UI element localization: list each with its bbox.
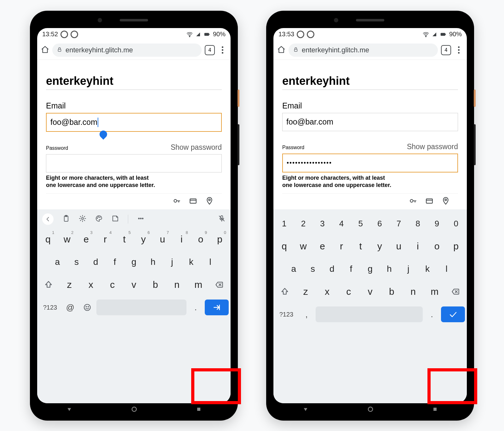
symbols-key[interactable]: ?123 xyxy=(39,304,61,311)
overflow-menu[interactable] xyxy=(218,46,227,54)
shift-key[interactable] xyxy=(39,274,58,295)
address-bar[interactable]: enterkeyhint.glitch.me xyxy=(289,44,438,57)
clipboard-icon[interactable] xyxy=(62,215,70,224)
nav-home-icon[interactable] xyxy=(130,405,138,414)
key-letter[interactable]: b xyxy=(145,274,165,295)
key-digit[interactable]: 6 xyxy=(371,213,389,234)
key-letter[interactable]: o9 xyxy=(192,229,210,250)
key-letter[interactable]: s xyxy=(68,252,86,272)
key-letter[interactable]: v xyxy=(360,281,380,302)
key-letter[interactable]: v xyxy=(124,274,144,295)
key-letter[interactable]: m xyxy=(188,274,209,295)
key-icon[interactable] xyxy=(409,197,417,206)
card-icon[interactable] xyxy=(425,197,433,206)
address-bar[interactable]: enterkeyhint.glitch.me xyxy=(52,44,202,57)
key-digit[interactable]: 9 xyxy=(428,213,446,234)
nav-back-icon[interactable] xyxy=(302,406,309,414)
key-letter[interactable]: j xyxy=(163,252,181,272)
spacebar[interactable] xyxy=(316,306,423,322)
key-letter[interactable]: n xyxy=(403,281,423,302)
key-letter[interactable]: c xyxy=(339,281,359,302)
key-letter[interactable]: c xyxy=(102,274,123,295)
password-field[interactable] xyxy=(46,154,222,172)
key-letter[interactable]: u7 xyxy=(154,229,172,250)
shift-key[interactable] xyxy=(275,281,294,302)
key-letter[interactable]: t5 xyxy=(115,229,133,250)
key-digit[interactable]: 8 xyxy=(409,213,427,234)
nav-back-icon[interactable] xyxy=(66,406,73,414)
key-letter[interactable]: y xyxy=(371,236,389,257)
email-field[interactable]: foo@bar.com xyxy=(282,113,458,131)
backspace-key[interactable] xyxy=(210,274,229,295)
left-mini-key[interactable]: @ xyxy=(62,303,78,312)
show-password-toggle[interactable]: Show password xyxy=(407,143,458,151)
key-letter[interactable]: d xyxy=(87,252,105,272)
spacebar[interactable] xyxy=(96,300,186,315)
key-letter[interactable]: p0 xyxy=(211,229,229,250)
pin-icon[interactable] xyxy=(205,197,214,206)
key-letter[interactable]: o xyxy=(428,236,446,257)
key-letter[interactable]: k xyxy=(419,259,437,279)
key-letter[interactable]: l xyxy=(438,259,455,279)
key-letter[interactable]: t xyxy=(352,236,369,257)
key-letter[interactable]: i xyxy=(409,236,427,257)
home-icon[interactable] xyxy=(41,45,49,55)
key-letter[interactable]: x xyxy=(81,274,101,295)
key-letter[interactable]: x xyxy=(317,281,337,302)
key-letter[interactable]: s xyxy=(304,259,322,279)
key-letter[interactable]: r4 xyxy=(96,229,114,250)
card-icon[interactable] xyxy=(189,197,197,206)
tab-switcher[interactable]: 4 xyxy=(205,45,215,55)
key-letter[interactable]: w2 xyxy=(58,229,76,250)
backspace-key[interactable] xyxy=(446,281,465,302)
mic-off-icon[interactable] xyxy=(218,215,226,224)
key-letter[interactable]: f xyxy=(106,252,124,272)
key-letter[interactable]: f xyxy=(342,259,360,279)
key-letter[interactable]: w xyxy=(295,236,312,257)
enter-key[interactable] xyxy=(441,306,465,322)
key-letter[interactable]: a xyxy=(49,252,66,272)
tab-switcher[interactable]: 4 xyxy=(441,45,451,55)
right-mini-key[interactable]: . xyxy=(424,310,440,319)
caret-handle[interactable] xyxy=(98,129,109,140)
password-field[interactable]: •••••••••••••••• xyxy=(282,154,458,172)
nav-recent-icon[interactable] xyxy=(196,406,202,414)
key-letter[interactable]: q xyxy=(275,236,293,257)
email-field[interactable]: foo@bar.com xyxy=(46,113,222,132)
overflow-menu[interactable] xyxy=(454,46,463,54)
show-password-toggle[interactable]: Show password xyxy=(171,143,222,152)
key-digit[interactable]: 2 xyxy=(295,213,312,234)
symbols-key[interactable]: ?123 xyxy=(275,311,297,318)
key-digit[interactable]: 4 xyxy=(333,213,351,234)
key-letter[interactable]: z xyxy=(295,281,316,302)
left-mini-key[interactable]: , xyxy=(299,310,314,319)
key-letter[interactable]: g xyxy=(361,259,379,279)
key-letter[interactable]: g xyxy=(125,252,143,272)
pin-icon[interactable] xyxy=(442,197,450,206)
key-letter[interactable]: b xyxy=(381,281,402,302)
key-letter[interactable]: d xyxy=(323,259,341,279)
nav-home-icon[interactable] xyxy=(367,405,374,414)
kbd-collapse-button[interactable] xyxy=(42,213,54,225)
home-icon[interactable] xyxy=(277,45,285,55)
key-letter[interactable]: k xyxy=(182,252,200,272)
key-letter[interactable]: e xyxy=(313,236,331,257)
enter-key[interactable] xyxy=(205,300,229,315)
key-digit[interactable]: 1 xyxy=(275,213,293,234)
key-letter[interactable]: i8 xyxy=(173,229,191,250)
gear-icon[interactable] xyxy=(79,215,86,224)
key-letter[interactable]: h xyxy=(144,252,162,272)
key-letter[interactable]: a xyxy=(285,259,303,279)
key-icon[interactable] xyxy=(173,197,181,206)
key-digit[interactable]: 3 xyxy=(313,213,331,234)
more-icon[interactable] xyxy=(137,215,145,224)
right-mini-key[interactable]: . xyxy=(188,303,203,312)
palette-icon[interactable] xyxy=(95,215,103,224)
key-letter[interactable]: z xyxy=(59,274,79,295)
key-letter[interactable]: r xyxy=(333,236,351,257)
nav-recent-icon[interactable] xyxy=(432,406,438,414)
key-letter[interactable]: n xyxy=(167,274,187,295)
key-letter[interactable]: h xyxy=(380,259,398,279)
key-letter[interactable]: e3 xyxy=(77,229,95,250)
key-letter[interactable]: m xyxy=(425,281,445,302)
